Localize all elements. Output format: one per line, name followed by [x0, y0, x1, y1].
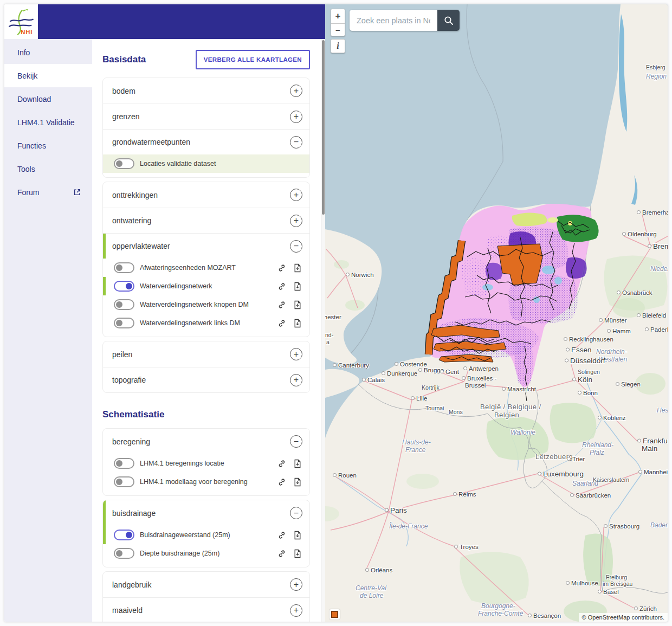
layer-group-header[interactable]: peilen	[103, 341, 309, 367]
layer-group-label: landgebruik	[112, 580, 151, 589]
layer-toggle-off[interactable]	[114, 476, 134, 487]
layer-label: Afwateringseenheden MOZART	[140, 264, 277, 272]
map-label: Frankfurt am	[637, 437, 668, 445]
download-icon[interactable]	[293, 300, 302, 309]
layer-card: peilen topografie	[102, 341, 310, 393]
collapse-icon[interactable]	[290, 435, 302, 448]
link-icon[interactable]	[277, 263, 286, 273]
layer-toggle-on[interactable]	[114, 530, 134, 540]
sidebar-item-forum[interactable]: Forum	[4, 180, 92, 204]
map-label: Paris	[385, 506, 407, 514]
expand-icon[interactable]	[290, 604, 302, 617]
map-label: Trier	[567, 456, 585, 462]
map-label: Hamm	[607, 328, 631, 334]
expand-icon[interactable]	[290, 85, 302, 97]
sidebar-item-functies[interactable]: Functies	[4, 134, 92, 157]
search-input[interactable]	[350, 10, 437, 31]
map-label: Maastricht	[502, 386, 536, 392]
layer-group-header[interactable]: topografie	[103, 367, 309, 392]
hide-all-layers-button[interactable]: VERBERG ALLE KAARTLAGEN	[196, 50, 310, 69]
layer-toggle-off[interactable]	[114, 458, 134, 469]
download-icon[interactable]	[293, 549, 302, 558]
link-icon[interactable]	[277, 300, 286, 309]
expand-icon[interactable]	[290, 578, 302, 591]
link-icon[interactable]	[277, 477, 286, 487]
expand-icon[interactable]	[290, 111, 302, 123]
expand-icon[interactable]	[290, 348, 302, 360]
map-canvas[interactable]: EsbjergRegion SydNorwichchesternd-aCante…	[325, 4, 668, 622]
layer-toggle-off[interactable]	[114, 299, 134, 310]
link-icon[interactable]	[277, 531, 286, 540]
download-icon[interactable]	[293, 319, 302, 328]
sidebar-item-label: Download	[17, 95, 51, 104]
map-label: Nordrhein-	[596, 348, 627, 356]
map-label: Region Syd	[646, 73, 668, 80]
link-icon[interactable]	[277, 549, 286, 558]
layer-group-header[interactable]: bodem	[103, 78, 309, 104]
layer-toggle-off[interactable]	[114, 318, 134, 328]
map-label: Düsseldorf	[565, 357, 605, 365]
layer-group-header[interactable]: onttrekkingen	[103, 182, 309, 208]
nhi-logo[interactable]: NHI	[4, 4, 38, 39]
layer-group-bodem: bodem	[103, 78, 309, 104]
link-icon[interactable]	[277, 319, 286, 328]
link-icon[interactable]	[277, 282, 286, 291]
collapse-icon[interactable]	[290, 136, 302, 149]
sidebar-item-label: Info	[17, 48, 30, 57]
map-label: im Breisgau	[603, 580, 632, 587]
layer-group-header[interactable]: beregening	[103, 429, 309, 454]
layer-row-active: Waterverdelingsnetwerk	[103, 277, 309, 295]
map-label: Bruxelles -	[462, 375, 496, 382]
map-label: Orléans	[365, 567, 392, 573]
layer-toggle-off[interactable]	[114, 158, 134, 169]
sidebar-item-tools[interactable]: Tools	[4, 157, 92, 180]
left-column: NHI Info Bekijk Download LHM4.1 Validati…	[4, 4, 325, 622]
map-label: Bremerhaven	[637, 209, 668, 216]
expand-icon[interactable]	[290, 374, 302, 386]
map-label: Solingen	[578, 369, 600, 375]
sidebar: Info Bekijk Download LHM4.1 Validatie Fu…	[4, 39, 92, 622]
layer-group-header[interactable]: grenzen	[103, 104, 309, 129]
layer-toggle-off[interactable]	[114, 548, 134, 559]
toggle-knob	[116, 301, 122, 308]
collapse-icon[interactable]	[290, 507, 302, 519]
download-icon[interactable]	[293, 282, 302, 291]
search-button[interactable]	[437, 10, 460, 31]
sidebar-item-download[interactable]: Download	[4, 87, 92, 111]
layer-row: Waterverdelingsnetwerk links DM	[103, 314, 309, 332]
collapse-icon[interactable]	[290, 240, 302, 253]
link-icon[interactable]	[277, 459, 286, 468]
expand-icon[interactable]	[290, 215, 302, 227]
layer-group-maaiveld: maaiveld	[103, 597, 309, 622]
sidebar-item-bekijk[interactable]: Bekijk	[4, 64, 92, 87]
download-icon[interactable]	[293, 531, 302, 540]
map-label: Bielefeld	[637, 312, 666, 319]
scrollbar-thumb[interactable]	[322, 40, 325, 215]
info-button[interactable]: i	[331, 39, 345, 53]
layer-group-header[interactable]: buisdrainage	[103, 500, 309, 526]
layer-group-header[interactable]: oppervlaktewater	[103, 233, 309, 259]
layer-group-header[interactable]: ontwatering	[103, 208, 309, 233]
download-icon[interactable]	[293, 477, 302, 487]
layer-toggle-on[interactable]	[114, 281, 134, 292]
map-label: Kortrijk	[422, 384, 440, 391]
map-label: de Loire	[360, 592, 383, 599]
zoom-out-button[interactable]: −	[331, 24, 345, 36]
sidebar-item-info[interactable]: Info	[4, 41, 92, 64]
expand-icon[interactable]	[290, 189, 302, 201]
layer-row: LHM4.1 modellaag voor beregening	[103, 473, 309, 491]
layer-group-header[interactable]: maaiveld	[103, 597, 309, 622]
sidebar-item-lhm41-validatie[interactable]: LHM4.1 Validatie	[4, 111, 92, 134]
download-icon[interactable]	[293, 459, 302, 468]
toggle-knob	[126, 532, 132, 538]
zoom-in-button[interactable]: +	[331, 9, 345, 24]
layer-group-header[interactable]: landgebruik	[103, 572, 309, 597]
layer-group-header[interactable]: grondwatermeetpunten	[103, 129, 309, 154]
map-label: Franche-Comté	[478, 610, 523, 617]
map-label: Oldenburg	[622, 231, 657, 237]
download-icon[interactable]	[293, 263, 302, 273]
layer-label: Waterverdelingsnetwerk knopen DM	[140, 301, 277, 308]
layer-toggle-off[interactable]	[114, 262, 134, 273]
layer-card: onttrekkingen ontwatering	[102, 182, 310, 337]
panel-scrollbar[interactable]	[321, 39, 325, 622]
